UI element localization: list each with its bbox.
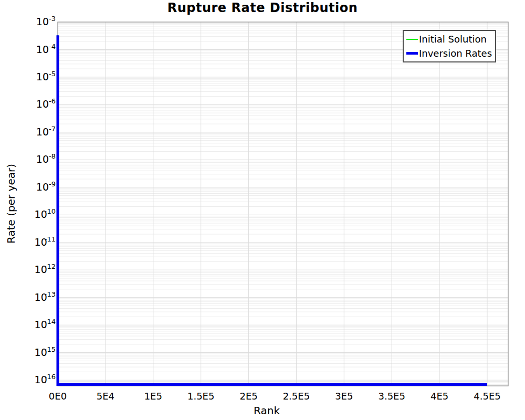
- x-tick-label: 4E5: [430, 391, 448, 402]
- legend-item-initial-solution: Initial Solution: [406, 32, 492, 46]
- series-inversion-rates: [58, 35, 487, 384]
- x-tick-label: 3E5: [335, 391, 353, 402]
- x-tick-label: 0E0: [49, 391, 67, 402]
- x-tick-label: 2.5E5: [283, 391, 310, 402]
- y-axis-label: Rate (per year): [5, 164, 17, 244]
- y-tick-label: 10-13: [35, 290, 56, 303]
- y-tick-label: 10-9: [36, 180, 56, 193]
- legend: Initial Solution Inversion Rates: [403, 30, 496, 62]
- y-tick-label: 10-4: [36, 43, 56, 55]
- y-tick-label: 10-10: [35, 207, 56, 220]
- y-tick-label: 10-8: [36, 152, 56, 165]
- y-tick-label: 10-12: [35, 262, 56, 275]
- legend-label-initial-solution: Initial Solution: [419, 35, 487, 44]
- legend-label-inversion-rates: Inversion Rates: [419, 49, 492, 58]
- x-tick-label: 2E5: [239, 391, 257, 402]
- x-tick-label: 5E4: [97, 391, 114, 402]
- y-tick-label: 10-3: [36, 15, 56, 27]
- x-tick-label: 3.5E5: [378, 391, 405, 402]
- legend-item-inversion-rates: Inversion Rates: [406, 46, 492, 60]
- y-tick-label: 10-6: [36, 97, 56, 110]
- x-tick-labels: 0E05E41E51.5E52E52.5E53E53.5E54E54.5E5: [49, 391, 501, 402]
- y-tick-label: 10-5: [36, 70, 56, 82]
- inversion-rates-line-swatch: [406, 52, 418, 55]
- y-tick-label: 10-14: [35, 318, 56, 330]
- y-tick-label: 10-11: [35, 235, 56, 248]
- plot-svg: 0E05E41E51.5E52E52.5E53E53.5E54E54.5E510…: [0, 0, 525, 420]
- x-tick-label: 1.5E5: [187, 391, 214, 402]
- x-tick-label: 4.5E5: [474, 391, 500, 402]
- y-tick-label: 10-15: [35, 345, 56, 358]
- initial-solution-line-swatch: [406, 39, 418, 40]
- x-tick-label: 1E5: [144, 391, 162, 402]
- gridlines-minor: [58, 23, 508, 384]
- x-axis-label: Rank: [254, 404, 280, 417]
- y-tick-label: 10-16: [35, 373, 56, 385]
- y-tick-labels: 10-310-410-510-610-710-810-910-1010-1110…: [35, 15, 56, 385]
- y-tick-label: 10-7: [36, 125, 56, 138]
